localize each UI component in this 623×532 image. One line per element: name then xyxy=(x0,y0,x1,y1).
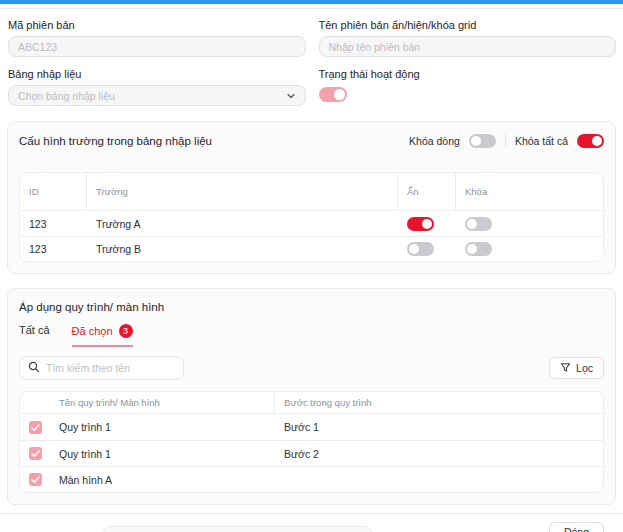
cell-name: Quy trình 1 xyxy=(50,414,275,440)
bang-nhap-lieu-select[interactable]: Chọn bảng nhập liệu xyxy=(8,85,306,106)
tab-tat-ca[interactable]: Tất cả xyxy=(19,324,50,347)
cell-name: Quy trình 1 xyxy=(50,440,275,466)
field-label: Bảng nhập liệu xyxy=(8,68,306,80)
process-section-title: Áp dụng quy trình/ màn hình xyxy=(19,301,604,313)
row-checkbox-checked[interactable] xyxy=(29,473,42,486)
tab-bar: Tất cả Đã chọn 3 xyxy=(19,324,133,347)
field-config-table: ID Trường Ẩn Khóa 123 Trường A 123 Trườn… xyxy=(19,172,604,262)
lock-all-label: Khóa tất cả xyxy=(515,135,568,147)
controls-divider xyxy=(505,134,506,148)
table-header-row: ID Trường Ẩn Khóa xyxy=(20,173,603,211)
cell-step: Bước 1 xyxy=(275,414,603,440)
table-row: Quy trình 1 Bước 2 xyxy=(20,440,603,466)
col-header-hide: Ẩn xyxy=(398,173,456,211)
col-header-field: Trường xyxy=(87,173,398,211)
col-header-step: Bước trong quy trình xyxy=(275,392,603,414)
col-header-lock: Khóa xyxy=(456,173,603,211)
lock-toggle[interactable] xyxy=(465,242,492,256)
field-label: Tên phiên bản ẩn/hiện/khóa grid xyxy=(319,19,617,31)
col-header-checkbox xyxy=(20,392,50,414)
table-row: 123 Trường B xyxy=(20,236,603,261)
version-form: Mã phiên bản Tên phiên bản ẩn/hiện/khóa … xyxy=(0,9,623,106)
filter-label: Lọc xyxy=(576,362,593,374)
filter-icon xyxy=(560,362,571,375)
cell-step: Bước 2 xyxy=(275,440,603,466)
bottom-peek-panel xyxy=(103,526,373,532)
toggle-knob xyxy=(592,136,602,146)
trang-thai-toggle[interactable] xyxy=(319,87,347,102)
hide-toggle[interactable] xyxy=(407,242,434,256)
col-header-id: ID xyxy=(20,173,87,211)
field-trang-thai: Trạng thái hoạt động xyxy=(319,68,617,106)
field-bang-nhap-lieu: Bảng nhập liệu Chọn bảng nhập liệu xyxy=(8,68,306,106)
lock-row-toggle[interactable] xyxy=(469,134,496,148)
search-icon xyxy=(28,359,40,377)
field-ten-phien-ban: Tên phiên bản ẩn/hiện/khóa grid xyxy=(319,19,617,57)
chevron-down-icon xyxy=(286,91,296,101)
lock-all-toggle[interactable] xyxy=(577,134,604,148)
table-row: Màn hình A xyxy=(20,466,603,492)
tab-label: Đã chọn xyxy=(72,325,113,337)
select-placeholder: Chọn bảng nhập liệu xyxy=(18,90,115,102)
cell-id: 123 xyxy=(20,236,87,261)
selected-count-badge: 3 xyxy=(119,324,133,338)
toggle-knob xyxy=(422,219,432,229)
field-label: Mã phiên bản xyxy=(8,19,306,31)
toggle-knob xyxy=(467,244,477,254)
search-input-wrapper xyxy=(19,356,184,380)
lock-row-label: Khóa dòng xyxy=(409,135,460,147)
cell-name: Màn hình A xyxy=(50,466,275,492)
table-header-row: Tên quy trình/ Màn hình Bước trong quy t… xyxy=(20,392,603,414)
tab-da-chon[interactable]: Đã chọn 3 xyxy=(72,324,133,347)
col-header-name: Tên quy trình/ Màn hình xyxy=(50,392,275,414)
cell-id: 123 xyxy=(20,211,87,236)
row-checkbox-checked[interactable] xyxy=(29,447,42,460)
cell-step xyxy=(275,466,603,492)
process-apply-card: Áp dụng quy trình/ màn hình Tất cả Đã ch… xyxy=(7,288,616,505)
table-row: Quy trình 1 Bước 1 xyxy=(20,414,603,440)
toggle-knob xyxy=(471,136,481,146)
row-checkbox-checked[interactable] xyxy=(29,421,42,434)
field-config-title: Cấu hình trường trong bảng nhập liệu xyxy=(19,135,212,147)
field-config-card: Cấu hình trường trong bảng nhập liệu Khó… xyxy=(7,121,616,274)
toggle-knob xyxy=(409,244,419,254)
search-input[interactable] xyxy=(46,362,175,374)
lock-toggle[interactable] xyxy=(465,217,492,231)
field-label: Trạng thái hoạt động xyxy=(319,68,617,80)
field-ma-phien-ban: Mã phiên bản xyxy=(8,19,306,57)
top-accent-bar xyxy=(0,0,623,4)
filter-button[interactable]: Lọc xyxy=(549,357,604,379)
hide-toggle[interactable] xyxy=(407,217,434,231)
close-button[interactable]: Đóng xyxy=(549,522,604,532)
cell-field: Trường B xyxy=(87,236,398,261)
toggle-knob xyxy=(467,219,477,229)
cell-field: Trường A xyxy=(87,211,398,236)
ten-phien-ban-input[interactable] xyxy=(319,36,617,57)
toggle-knob xyxy=(334,89,345,100)
ma-phien-ban-input[interactable] xyxy=(8,36,306,57)
table-row: 123 Trường A xyxy=(20,211,603,236)
process-table: Tên quy trình/ Màn hình Bước trong quy t… xyxy=(19,391,604,493)
